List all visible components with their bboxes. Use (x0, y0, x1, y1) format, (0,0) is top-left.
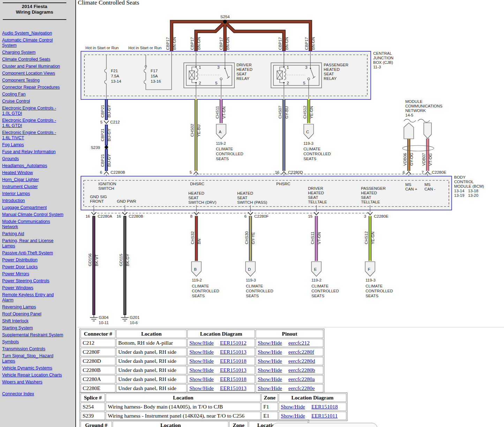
sidebar-item[interactable]: Climate Controlled Seats (2, 57, 66, 62)
sidebar-rule-bottom (3, 19, 66, 20)
diagram-link[interactable]: EER151013 (220, 385, 247, 391)
pinout-link[interactable]: eercfc2280d (288, 358, 315, 364)
show-hide-link[interactable]: Show/Hide (258, 340, 282, 346)
sidebar-item[interactable]: Parking, Rear and License Lamps (2, 238, 66, 249)
diagram-link[interactable]: EER151013 (220, 367, 247, 373)
ref-label: CLIMATE (216, 147, 233, 151)
sidebar-item[interactable]: Passive Anti-Theft System (2, 250, 66, 256)
sidebar-item[interactable]: Electronic Engine Controls - 1.6L GTDI (2, 118, 66, 128)
sidebar-item[interactable]: Charging System (2, 50, 66, 55)
diagram-link[interactable]: EER151018 (220, 376, 247, 382)
wire-circuit-label: CHS12 (303, 106, 307, 119)
sidebar-item[interactable]: Introduction (2, 198, 66, 203)
show-hide-link[interactable]: Show/Hide (258, 349, 282, 355)
sidebar-item[interactable]: Power Windows (2, 285, 66, 291)
diagram-link[interactable]: EER151012 (220, 340, 247, 346)
sidebar-item[interactable]: Reversing Lamps (2, 305, 66, 310)
pinout-link[interactable]: eercfc2280f (288, 349, 314, 355)
sidebar-item[interactable]: Wipers and Washers (2, 380, 66, 385)
sidebar-item[interactable]: Power Door Locks (2, 264, 66, 270)
sidebar-item[interactable]: Cluster and Panel Illumination (2, 64, 66, 69)
sidebar-item[interactable]: Power Distribution (2, 257, 66, 263)
plug-letter: D (248, 267, 251, 271)
col-location: Location (113, 421, 228, 427)
cjb-label: 11-3 (373, 65, 381, 69)
diagram-link[interactable]: EER151011 (311, 413, 338, 419)
sidebar-item[interactable]: Interior Lamps (2, 191, 66, 196)
sidebar-item[interactable]: Cruise Control (2, 99, 66, 104)
show-hide-link[interactable]: Show/Hide (189, 349, 214, 355)
s239-splice-dot (105, 145, 108, 149)
sidebar-item[interactable]: Roof Opening Panel (2, 312, 66, 317)
show-hide-link[interactable]: Show/Hide (258, 358, 282, 364)
sidebar-item[interactable]: Automatic Climate Control System (2, 38, 66, 48)
relay-label: HEATED (324, 67, 340, 72)
pinout-link[interactable]: eercfc2280a (288, 376, 315, 382)
bcm-label: 13-20 (468, 193, 478, 197)
sidebar-item[interactable]: Heated Window (2, 170, 66, 175)
connector-location: Bottom, RH side A-pillar (116, 339, 187, 347)
show-hide-link[interactable]: Show/Hide (281, 413, 305, 419)
sidebar-item[interactable]: Vehicle Dynamic Systems (2, 366, 66, 371)
sidebar-item[interactable]: Component Location Views (2, 71, 66, 76)
sidebar-item[interactable]: Fog Lamps (2, 142, 66, 148)
sidebar-item[interactable]: Manual Climate Control System (2, 212, 66, 217)
sidebar-item[interactable]: Symbols (2, 339, 66, 345)
wire-circuit-label: VDB07 (422, 153, 426, 166)
sidebar-item[interactable]: Fuse and Relay Information (2, 149, 66, 155)
sidebar-item[interactable]: Grounds (2, 156, 66, 162)
sidebar-item[interactable]: Electronic Engine Controls - 1.6L TIVCT (2, 130, 66, 141)
pinout-link[interactable]: eercfc212 (288, 340, 310, 346)
show-hide-link[interactable]: Show/Hide (281, 404, 305, 410)
sidebar-item[interactable]: Supplemental Restraint System (2, 332, 66, 338)
diagram-link[interactable]: EER151013 (220, 349, 247, 355)
wire-color-label: BN-GN (172, 37, 176, 50)
connector-location: Under dash panel, RH side (116, 366, 187, 374)
sidebar-item[interactable]: Shift Interlock (2, 319, 66, 324)
sidebar-item[interactable]: Module Communications Network (2, 219, 66, 230)
wire-chs11-lower: CHS11 VT-GN E 119-2 CLIMATE CONTROLLED S… (310, 216, 339, 298)
show-hide-link[interactable]: Show/Hide (189, 367, 214, 373)
diagram-link[interactable]: EER151018 (220, 358, 247, 364)
pin-number: 15 (308, 214, 313, 218)
show-hide-link[interactable]: Show/Hide (189, 358, 214, 364)
show-hide-link[interactable]: Show/Hide (258, 376, 282, 382)
pinout-link[interactable]: eercfc2280e (288, 385, 315, 391)
sidebar-item[interactable]: Instrument Cluster (2, 184, 66, 189)
sidebar-item[interactable]: Power Steering Controls (2, 278, 66, 284)
pinout-link[interactable]: eercfc2280b (288, 367, 315, 373)
sidebar-item[interactable]: Component Testing (2, 78, 66, 83)
sidebar-item-connector-index[interactable]: Connector Index (2, 391, 66, 397)
wire-color-label: BN-GN (285, 37, 289, 50)
sidebar-item[interactable]: Turn Signal_Stop_ Hazard Lamps (2, 353, 66, 364)
offpage-plug-up (404, 123, 414, 139)
sidebar-item[interactable]: Connector Repair Procedures (2, 85, 66, 90)
relay-label: RELAY (324, 76, 337, 81)
s239-label: S239 (91, 145, 100, 150)
connector-id: C212 (81, 339, 115, 347)
sidebar-item[interactable]: Electronic Engine Controls - 1.0L GTDI (2, 106, 66, 116)
plug-letter: C (306, 130, 309, 134)
show-hide-link[interactable]: Show/Hide (189, 385, 214, 391)
sidebar-item[interactable]: Parking Aid (2, 231, 66, 237)
show-hide-link[interactable]: Show/Hide (189, 340, 214, 346)
sidebar-item[interactable]: Audio System_Navigation (2, 31, 66, 36)
sidebar-item[interactable]: Power Mirrors (2, 271, 66, 277)
col-zone: Zone (229, 421, 248, 427)
connector-location: Under dash panel, RH side (116, 348, 187, 356)
sidebar-item[interactable]: Starting System (2, 325, 66, 331)
sidebar-item[interactable]: Remote Keyless Entry and Alarm (2, 292, 66, 303)
diagram-link[interactable]: EER151018 (311, 404, 338, 410)
table-row: C212Bottom, RH side A-pillarShow/HideEER… (81, 339, 323, 347)
sidebar-item[interactable]: Headlamps_Autolamps (2, 163, 66, 168)
sidebar-item[interactable]: Transmission Controls (2, 346, 66, 352)
sidebar-item[interactable]: Luggage Compartment (2, 205, 66, 210)
sidebar-item[interactable]: Cooling Fan (2, 92, 66, 97)
sidebar-item[interactable]: Vehicle Repair Location Charts (2, 373, 66, 378)
show-hide-link[interactable]: Show/Hide (258, 367, 282, 373)
sidebar-item[interactable]: Horn_Cigar Lighter (2, 177, 66, 182)
wire-circuit-label: CBP17 (278, 37, 282, 50)
show-hide-link[interactable]: Show/Hide (258, 385, 282, 391)
wire-circuit-label: CBP17 (166, 37, 170, 50)
show-hide-link[interactable]: Show/Hide (189, 376, 214, 382)
